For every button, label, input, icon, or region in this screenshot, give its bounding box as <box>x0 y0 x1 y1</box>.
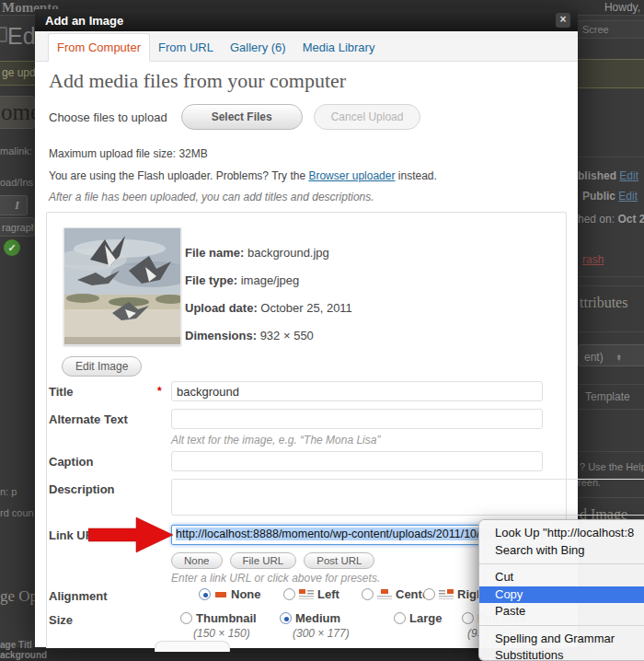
file-name-row: File name: background.jpg <box>185 246 352 260</box>
editor-path: n: p <box>0 486 17 497</box>
select-stepper-icon: ▲▼ <box>616 354 622 361</box>
link-file-url-button[interactable]: File URL <box>230 552 297 569</box>
description-textarea[interactable] <box>171 479 644 516</box>
max-upload-size: Maximum upload file size: 32MB <box>49 147 208 160</box>
align-none-option[interactable]: None <box>199 587 261 601</box>
size-label: Size <box>49 613 159 627</box>
align-none-label: None <box>231 587 261 601</box>
file-type-row: File type: image/jpeg <box>185 273 352 287</box>
updated-notice-right <box>578 59 644 88</box>
spellcheck-icon[interactable]: ✓ <box>4 239 20 256</box>
radio-icon[interactable] <box>283 588 295 600</box>
tab-from-computer[interactable]: From Computer <box>48 33 150 62</box>
size-thumbnail-dimensions: (150 × 150) <box>193 627 250 640</box>
edit-page-heading: Ed <box>7 23 36 50</box>
close-icon[interactable]: × <box>556 13 570 28</box>
visibility-edit-link[interactable]: Edit <box>618 190 638 203</box>
align-left-icon <box>299 589 314 599</box>
seagulls-photo <box>64 228 181 345</box>
menu-item-paste[interactable]: Paste <box>479 603 644 620</box>
divider <box>578 331 644 332</box>
modal-titlebar: Add an Image × <box>35 9 578 31</box>
file-type-value: image/jpeg <box>241 273 300 287</box>
image-thumbnail <box>63 227 181 345</box>
size-thumbnail-option[interactable]: Thumbnail <box>180 611 257 625</box>
status-edit-link[interactable]: Edit <box>619 169 638 182</box>
attributes-heading: ttributes <box>580 295 627 311</box>
menu-item-copy[interactable]: Copy <box>479 586 644 604</box>
align-none-icon <box>214 590 227 599</box>
radio-icon[interactable] <box>362 588 374 600</box>
howdy-text: Howdy, <box>604 1 640 14</box>
size-medium-option[interactable]: Medium <box>280 611 340 625</box>
published-on-label: hed on: <box>578 213 615 226</box>
page-title: Add media files from your computer <box>49 69 346 93</box>
caption-label: Caption <box>49 455 159 469</box>
size-large-label: Large <box>409 611 442 625</box>
flash-uploader-note: You are using the Flash uploader. Proble… <box>49 169 437 182</box>
visibility-public: Public <box>582 190 615 203</box>
link-none-button[interactable]: None <box>171 552 223 569</box>
link-post-url-button[interactable]: Post URL <box>304 552 374 569</box>
menu-item-substitutions[interactable]: Substitutions <box>479 647 644 661</box>
alt-text-label: Alternate Text <box>49 412 159 426</box>
alignment-label: Alignment <box>49 589 159 603</box>
size-medium-dimensions: (300 × 177) <box>293 627 350 640</box>
alt-field-wrap <box>171 409 543 429</box>
italic-button[interactable]: I <box>0 195 28 215</box>
permalink-label: malink: <box>0 145 32 157</box>
divider <box>578 285 644 286</box>
paragraph-dropdown[interactable]: ragraph <box>0 217 35 237</box>
screen: Momento Howdy, Scree ge upda Ed omep mal… <box>0 0 644 661</box>
upload-date-row: Upload date: October 25, 2011 <box>185 301 352 315</box>
tab-gallery[interactable]: Gallery (6) <box>222 34 294 61</box>
size-large-option[interactable]: Large <box>394 611 442 625</box>
radio-icon[interactable] <box>462 612 474 624</box>
divider <box>578 384 644 385</box>
divider <box>578 409 644 410</box>
tab-from-url[interactable]: From URL <box>150 34 222 61</box>
parent-select[interactable]: ent) ▲▼ <box>578 344 644 366</box>
menu-separator <box>479 625 644 626</box>
align-left-option[interactable]: Left <box>283 587 339 601</box>
screen-options-tab[interactable]: Scree <box>572 20 644 39</box>
published-on-row: hed on: Oct 25, <box>578 213 644 226</box>
caption-field-wrap <box>171 451 543 471</box>
red-arrow-annotation <box>88 516 175 554</box>
menu-item-cut[interactable]: Cut <box>479 569 644 586</box>
edit-image-button[interactable]: Edit Image <box>62 356 142 377</box>
menu-item-spelling-grammar[interactable]: Spelling and Grammar <box>479 631 644 648</box>
browser-uploader-link[interactable]: Browser uploader <box>308 169 395 182</box>
caption-input[interactable] <box>171 451 543 471</box>
menu-item-look-up[interactable]: Look Up "http://localhost:8 <box>479 525 644 542</box>
radio-icon[interactable] <box>180 612 192 624</box>
radio-icon[interactable] <box>394 612 406 624</box>
radio-icon[interactable] <box>423 588 435 600</box>
hidden-button-edge <box>155 641 230 652</box>
dimensions-row: Dimensions: 932 × 550 <box>185 329 352 342</box>
divider <box>578 276 644 277</box>
title-field-wrap <box>171 381 543 401</box>
menu-item-search-bing[interactable]: Search with Bing <box>479 542 644 560</box>
choose-files-label: Choose files to upload <box>49 110 167 124</box>
upload-insert-label: oad/Ins <box>0 177 33 188</box>
size-medium-label: Medium <box>295 611 340 625</box>
description-label: Description <box>49 482 159 496</box>
published-date: Oct 25, <box>617 213 644 226</box>
file-info: File name: background.jpg File type: ima… <box>185 246 352 356</box>
radio-checked-icon[interactable] <box>280 612 292 624</box>
divider <box>578 157 644 157</box>
move-to-trash-link[interactable]: rash <box>582 253 604 266</box>
dimensions-value: 932 × 550 <box>260 329 314 342</box>
alt-text-input[interactable] <box>171 409 543 429</box>
cancel-upload-button: Cancel Upload <box>314 104 421 130</box>
status-published: blished <box>578 169 616 182</box>
tab-media-library[interactable]: Media Library <box>294 34 384 61</box>
align-left-label: Left <box>317 587 339 601</box>
select-files-button[interactable]: Select Files <box>181 104 303 130</box>
status-row: blished Edit <box>578 169 638 182</box>
title-input[interactable] <box>171 381 543 401</box>
context-menu: Look Up "http://localhost:8 Search with … <box>478 519 644 661</box>
radio-checked-icon[interactable] <box>199 588 211 600</box>
flash-note-after: instead. <box>395 169 436 182</box>
